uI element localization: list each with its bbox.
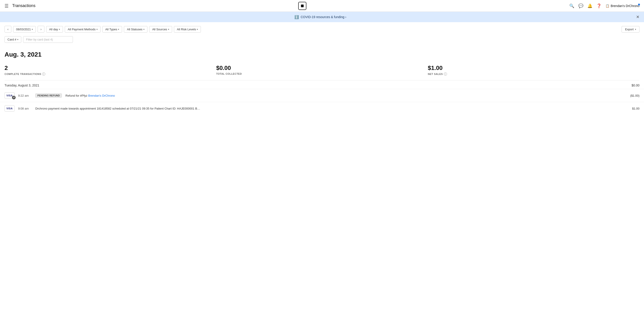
chat-icon[interactable]: 💬 [578, 3, 583, 8]
document-icon: 📋 [606, 4, 609, 8]
page-title: Transactions [12, 3, 35, 8]
transaction-section-total: $0.00 [632, 83, 640, 87]
transaction-link[interactable]: Brendan's DrChrono [88, 94, 115, 97]
all-risk-levels-label: All Risk Levels [177, 28, 196, 31]
filters-row: ‹ 08/03/2021 ▾ › All day ▾ All Payment M… [0, 22, 644, 36]
all-day-label: All day [49, 28, 58, 31]
all-types-filter-button[interactable]: All Types ▾ [102, 26, 122, 32]
bell-icon[interactable]: 🔔 [588, 3, 592, 8]
card-number-label: Card # [8, 38, 16, 41]
prev-date-button[interactable]: ‹ [4, 26, 11, 32]
info-icon[interactable]: i [444, 72, 447, 76]
chevron-down-icon: ▾ [635, 28, 636, 30]
nav-left: ☰ Transactions [4, 3, 35, 8]
total-collected-value: $0.00 [216, 64, 428, 71]
next-date-button[interactable]: › [38, 26, 44, 32]
all-sources-label: All Sources [152, 28, 167, 31]
chevron-down-icon: ▾ [197, 28, 198, 30]
nav-center-logo [298, 2, 306, 10]
date-filter-button[interactable]: 08/03/2021 ▾ [13, 26, 36, 32]
all-payment-methods-label: All Payment Methods [68, 28, 96, 31]
all-statuses-label: All Statuses [127, 28, 142, 31]
chevron-down-icon: ▾ [168, 28, 169, 30]
transaction-section-date: Tuesday, August 3, 2021 [4, 83, 39, 87]
total-collected-stat: $0.00 TOTAL COLLECTED [216, 64, 428, 75]
export-button[interactable]: Export ▾ [622, 26, 640, 32]
info-icon: ℹ️ [294, 15, 299, 19]
net-sales-value: $1.00 [428, 64, 640, 71]
stats-row: 2 COMPLETE TRANSACTIONS i $0.00 TOTAL CO… [0, 61, 644, 80]
complete-count-value: 2 [4, 64, 216, 71]
refund-circle-icon: ↺ [12, 96, 16, 99]
all-payment-methods-filter-button[interactable]: All Payment Methods ▾ [65, 26, 100, 32]
banner-text[interactable]: COVID-19 resources & funding › [301, 15, 346, 19]
visa-card-icon: VISA [4, 105, 14, 112]
total-label: TOTAL COLLECTED [216, 72, 428, 75]
search-icon[interactable]: 🔍 [569, 3, 574, 8]
card-filter-row: Card # ▾ [0, 36, 644, 46]
pending-refund-badge: PENDING REFUND [35, 93, 62, 98]
nav-right: 🔍 💬 🔔 ❓ 📋 Brendan's DrChrono [569, 3, 640, 8]
user-label: Brendan's DrChrono [611, 4, 640, 8]
all-types-label: All Types [105, 28, 117, 31]
info-icon[interactable]: i [42, 72, 45, 76]
transaction-time: 9:22 am [18, 94, 32, 97]
complete-transactions-stat: 2 COMPLETE TRANSACTIONS i [4, 64, 216, 76]
chevron-down-icon: ▾ [96, 28, 98, 30]
card-number-input[interactable] [23, 36, 73, 43]
close-icon[interactable]: ✕ [636, 14, 640, 19]
all-statuses-filter-button[interactable]: All Statuses ▾ [124, 26, 148, 32]
chevron-down-icon: ▾ [143, 28, 144, 30]
net-sales-label: NET SALES i [428, 72, 640, 76]
net-sales-stat: $1.00 NET SALES i [428, 64, 640, 76]
hamburger-menu-icon[interactable]: ☰ [4, 3, 8, 8]
transaction-amount: ($1.00) [624, 94, 640, 97]
square-logo-inner [301, 4, 304, 7]
chevron-down-icon: ▾ [17, 38, 18, 41]
transaction-amount: $1.00 [624, 107, 640, 110]
all-sources-filter-button[interactable]: All Sources ▾ [149, 26, 172, 32]
table-row[interactable]: VISA 9:08 am Drchrono payment made towar… [0, 102, 644, 115]
date-filter-label: 08/03/2021 [16, 28, 31, 31]
user-menu-button[interactable]: 📋 Brendan's DrChrono [606, 4, 640, 8]
banner-content: ℹ️ COVID-19 resources & funding › [4, 15, 636, 19]
card-number-filter-button[interactable]: Card # ▾ [4, 36, 21, 43]
help-icon[interactable]: ❓ [596, 3, 602, 8]
notification-dot [638, 3, 640, 5]
transaction-date-row: Tuesday, August 3, 2021 $0.00 [0, 80, 644, 89]
chevron-down-icon: ▾ [59, 28, 60, 30]
all-risk-levels-filter-button[interactable]: All Risk Levels ▾ [174, 26, 201, 32]
chevron-down-icon: ▾ [118, 28, 119, 30]
chevron-down-icon: ▾ [32, 28, 33, 30]
square-logo-icon [298, 2, 306, 10]
covid-banner: ℹ️ COVID-19 resources & funding › ✕ [0, 12, 644, 22]
transaction-time: 9:08 am [18, 107, 32, 110]
all-day-filter-button[interactable]: All day ▾ [46, 26, 63, 32]
top-nav: ☰ Transactions 🔍 💬 🔔 ❓ 📋 Brendan's DrChr… [0, 0, 644, 12]
transaction-description: Refund for #Pfyz Brendan's DrChrono [66, 94, 620, 97]
export-label: Export [625, 28, 634, 31]
transaction-description: Drchrono payment made towards appointmen… [35, 107, 620, 110]
complete-label: COMPLETE TRANSACTIONS i [4, 72, 216, 76]
visa-card-icon: VISA ↺ [4, 92, 14, 99]
date-heading: Aug. 3, 2021 [0, 46, 644, 61]
table-row[interactable]: VISA ↺ 9:22 am PENDING REFUND Refund for… [0, 89, 644, 102]
